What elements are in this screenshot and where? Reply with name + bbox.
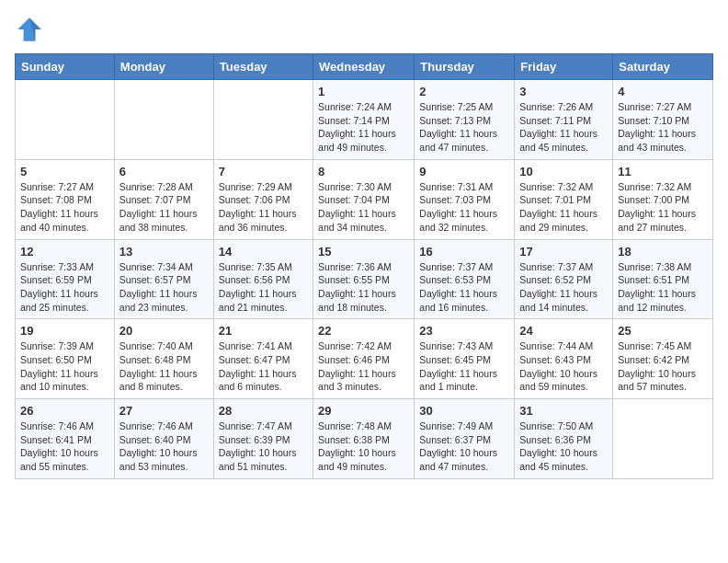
day-header-sunday: Sunday — [16, 54, 115, 80]
day-info: Sunrise: 7:38 AM Sunset: 6:51 PM Dayligh… — [618, 260, 708, 315]
day-number: 10 — [519, 165, 608, 178]
calendar-cell: 4Sunrise: 7:27 AM Sunset: 7:10 PM Daylig… — [613, 80, 713, 160]
day-info: Sunrise: 7:27 AM Sunset: 7:10 PM Dayligh… — [618, 100, 708, 155]
day-number: 2 — [419, 85, 509, 98]
day-header-monday: Monday — [114, 54, 213, 80]
day-number: 13 — [119, 245, 209, 259]
calendar-cell: 18Sunrise: 7:38 AM Sunset: 6:51 PM Dayli… — [613, 239, 713, 319]
day-info: Sunrise: 7:24 AM Sunset: 7:14 PM Dayligh… — [318, 100, 409, 155]
day-info: Sunrise: 7:43 AM Sunset: 6:45 PM Dayligh… — [419, 339, 509, 394]
days-header-row: SundayMondayTuesdayWednesdayThursdayFrid… — [16, 54, 713, 80]
day-number: 31 — [519, 404, 608, 418]
day-header-friday: Friday — [515, 54, 613, 80]
day-number: 12 — [20, 245, 109, 259]
calendar-cell: 29Sunrise: 7:48 AM Sunset: 6:38 PM Dayli… — [313, 399, 415, 479]
day-info: Sunrise: 7:27 AM Sunset: 7:08 PM Dayligh… — [20, 180, 109, 235]
calendar-cell: 17Sunrise: 7:37 AM Sunset: 6:52 PM Dayli… — [515, 239, 613, 319]
day-info: Sunrise: 7:28 AM Sunset: 7:07 PM Dayligh… — [119, 180, 209, 235]
week-row-4: 19Sunrise: 7:39 AM Sunset: 6:50 PM Dayli… — [16, 319, 713, 399]
calendar-cell: 25Sunrise: 7:45 AM Sunset: 6:42 PM Dayli… — [613, 319, 713, 399]
day-number: 29 — [318, 404, 409, 418]
day-number: 23 — [419, 324, 509, 338]
day-header-wednesday: Wednesday — [313, 54, 415, 80]
calendar-cell: 3Sunrise: 7:26 AM Sunset: 7:11 PM Daylig… — [515, 80, 613, 160]
calendar-cell: 23Sunrise: 7:43 AM Sunset: 6:45 PM Dayli… — [415, 319, 515, 399]
day-number: 14 — [219, 245, 308, 259]
day-number: 7 — [219, 165, 308, 178]
week-row-3: 12Sunrise: 7:33 AM Sunset: 6:59 PM Dayli… — [16, 239, 713, 319]
day-header-saturday: Saturday — [613, 54, 713, 80]
day-info: Sunrise: 7:40 AM Sunset: 6:48 PM Dayligh… — [119, 339, 209, 394]
calendar-cell: 16Sunrise: 7:37 AM Sunset: 6:53 PM Dayli… — [415, 239, 515, 319]
day-info: Sunrise: 7:47 AM Sunset: 6:39 PM Dayligh… — [219, 419, 308, 474]
day-number: 15 — [318, 245, 409, 259]
calendar-cell: 28Sunrise: 7:47 AM Sunset: 6:39 PM Dayli… — [213, 399, 313, 479]
page-header — [15, 15, 713, 44]
calendar-cell: 10Sunrise: 7:32 AM Sunset: 7:01 PM Dayli… — [515, 159, 613, 239]
day-number: 5 — [20, 165, 109, 178]
day-info: Sunrise: 7:42 AM Sunset: 6:46 PM Dayligh… — [318, 339, 409, 394]
day-header-thursday: Thursday — [415, 54, 515, 80]
calendar-cell: 8Sunrise: 7:30 AM Sunset: 7:04 PM Daylig… — [313, 159, 415, 239]
day-info: Sunrise: 7:29 AM Sunset: 7:06 PM Dayligh… — [219, 180, 308, 235]
calendar-cell: 13Sunrise: 7:34 AM Sunset: 6:57 PM Dayli… — [114, 239, 213, 319]
calendar-cell: 11Sunrise: 7:32 AM Sunset: 7:00 PM Dayli… — [613, 159, 713, 239]
day-number: 16 — [419, 245, 509, 259]
day-header-tuesday: Tuesday — [213, 54, 313, 80]
day-info: Sunrise: 7:32 AM Sunset: 7:00 PM Dayligh… — [618, 180, 708, 235]
day-info: Sunrise: 7:36 AM Sunset: 6:55 PM Dayligh… — [318, 260, 409, 315]
day-info: Sunrise: 7:46 AM Sunset: 6:41 PM Dayligh… — [20, 419, 109, 474]
day-info: Sunrise: 7:45 AM Sunset: 6:42 PM Dayligh… — [618, 339, 708, 394]
day-number: 24 — [519, 324, 608, 338]
day-number: 8 — [318, 165, 409, 178]
calendar-cell: 30Sunrise: 7:49 AM Sunset: 6:37 PM Dayli… — [415, 399, 515, 479]
calendar-cell: 26Sunrise: 7:46 AM Sunset: 6:41 PM Dayli… — [16, 399, 115, 479]
week-row-2: 5Sunrise: 7:27 AM Sunset: 7:08 PM Daylig… — [16, 159, 713, 239]
calendar-cell — [613, 399, 713, 479]
calendar-cell — [16, 80, 115, 160]
logo — [15, 15, 48, 44]
calendar-cell: 12Sunrise: 7:33 AM Sunset: 6:59 PM Dayli… — [16, 239, 115, 319]
day-info: Sunrise: 7:33 AM Sunset: 6:59 PM Dayligh… — [20, 260, 109, 315]
day-info: Sunrise: 7:50 AM Sunset: 6:36 PM Dayligh… — [519, 419, 608, 474]
day-info: Sunrise: 7:34 AM Sunset: 6:57 PM Dayligh… — [119, 260, 209, 315]
calendar-cell: 15Sunrise: 7:36 AM Sunset: 6:55 PM Dayli… — [313, 239, 415, 319]
week-row-5: 26Sunrise: 7:46 AM Sunset: 6:41 PM Dayli… — [16, 399, 713, 479]
day-number: 22 — [318, 324, 409, 338]
calendar-cell — [213, 80, 313, 160]
day-number: 18 — [618, 245, 708, 259]
day-number: 25 — [618, 324, 708, 338]
day-number: 27 — [119, 404, 209, 418]
day-number: 4 — [618, 85, 708, 98]
day-number: 9 — [419, 165, 509, 178]
day-number: 21 — [219, 324, 308, 338]
day-info: Sunrise: 7:46 AM Sunset: 6:40 PM Dayligh… — [119, 419, 209, 474]
day-number: 26 — [20, 404, 109, 418]
day-number: 17 — [519, 245, 608, 259]
calendar-cell — [114, 80, 213, 160]
calendar-cell: 14Sunrise: 7:35 AM Sunset: 6:56 PM Dayli… — [213, 239, 313, 319]
calendar-cell: 1Sunrise: 7:24 AM Sunset: 7:14 PM Daylig… — [313, 80, 415, 160]
day-number: 30 — [419, 404, 509, 418]
day-number: 11 — [618, 165, 708, 178]
day-number: 20 — [119, 324, 209, 338]
calendar-cell: 21Sunrise: 7:41 AM Sunset: 6:47 PM Dayli… — [213, 319, 313, 399]
day-number: 6 — [119, 165, 209, 178]
calendar-cell: 7Sunrise: 7:29 AM Sunset: 7:06 PM Daylig… — [213, 159, 313, 239]
calendar-cell: 31Sunrise: 7:50 AM Sunset: 6:36 PM Dayli… — [515, 399, 613, 479]
day-info: Sunrise: 7:37 AM Sunset: 6:53 PM Dayligh… — [419, 260, 509, 315]
day-number: 28 — [219, 404, 308, 418]
day-info: Sunrise: 7:44 AM Sunset: 6:43 PM Dayligh… — [519, 339, 608, 394]
day-info: Sunrise: 7:26 AM Sunset: 7:11 PM Dayligh… — [519, 100, 608, 155]
day-info: Sunrise: 7:37 AM Sunset: 6:52 PM Dayligh… — [519, 260, 608, 315]
day-info: Sunrise: 7:39 AM Sunset: 6:50 PM Dayligh… — [20, 339, 109, 394]
week-row-1: 1Sunrise: 7:24 AM Sunset: 7:14 PM Daylig… — [16, 80, 713, 160]
day-number: 3 — [519, 85, 608, 98]
day-info: Sunrise: 7:31 AM Sunset: 7:03 PM Dayligh… — [419, 180, 509, 235]
day-info: Sunrise: 7:48 AM Sunset: 6:38 PM Dayligh… — [318, 419, 409, 474]
logo-icon — [15, 15, 44, 44]
day-info: Sunrise: 7:41 AM Sunset: 6:47 PM Dayligh… — [219, 339, 308, 394]
day-number: 19 — [20, 324, 109, 338]
calendar-cell: 20Sunrise: 7:40 AM Sunset: 6:48 PM Dayli… — [114, 319, 213, 399]
day-info: Sunrise: 7:35 AM Sunset: 6:56 PM Dayligh… — [219, 260, 308, 315]
